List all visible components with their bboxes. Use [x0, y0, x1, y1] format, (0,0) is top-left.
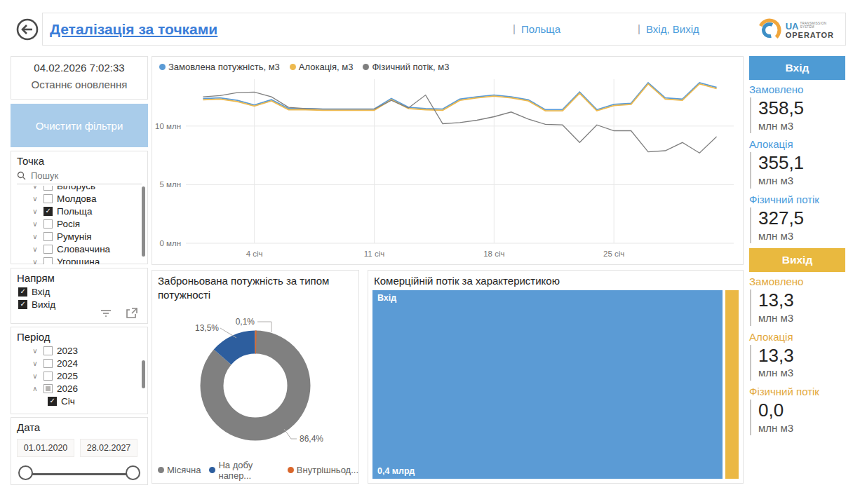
direction-list: ВхідВихід — [11, 285, 147, 311]
point-item-Росія[interactable]: ∨Росія — [11, 217, 147, 230]
last-update-label: Останнє оновлення — [11, 79, 147, 90]
checkbox[interactable] — [43, 384, 53, 393]
item-label: Вихід — [32, 299, 55, 310]
slider-handle-end[interactable] — [126, 465, 140, 480]
legend-item[interactable]: Фізичний потік, м3 — [363, 62, 449, 72]
donut-legend-item[interactable]: Місячна — [158, 465, 201, 475]
page-title[interactable]: Деталізація за точками — [50, 21, 217, 38]
point-search-input[interactable] — [29, 170, 116, 182]
y-axis-tick: 0 млн — [159, 239, 181, 247]
kpi-card-Замовлено: Замовлено13,3млн м3 — [749, 275, 845, 325]
chevron-down-icon[interactable]: ∨ — [31, 347, 39, 355]
checkbox[interactable] — [43, 207, 53, 216]
period-slicer-title: Період — [11, 327, 147, 344]
point-item-Словаччина[interactable]: ∨Словаччина — [11, 243, 147, 255]
point-list-scrollbar[interactable] — [142, 186, 145, 257]
legend-dot-icon — [209, 467, 215, 473]
checkbox[interactable] — [43, 232, 53, 241]
filter-icon[interactable] — [100, 308, 112, 319]
y-axis-tick: 5 млн — [159, 180, 181, 189]
treemap-block-Вхід[interactable]: Вхід0,4 млрд — [372, 290, 723, 479]
checkbox[interactable] — [43, 359, 53, 368]
checkbox[interactable] — [43, 186, 53, 191]
period-item-2023[interactable]: ∨2023 — [11, 344, 147, 357]
x-axis-tick: 4 січ — [246, 250, 263, 258]
legend-item[interactable]: Замовлена потужність, м3 — [159, 62, 280, 72]
kpi-value: 355,1 — [758, 153, 845, 174]
checkbox[interactable] — [43, 257, 53, 265]
checkbox[interactable] — [43, 245, 53, 254]
checkbox[interactable] — [18, 287, 27, 297]
point-item-Молдова[interactable]: ∨Молдова — [11, 192, 147, 205]
x-axis-tick: 11 січ — [364, 250, 384, 258]
slider-handle-start[interactable] — [18, 465, 33, 480]
period-item-2024[interactable]: ∨2024 — [11, 357, 147, 369]
date-start-input[interactable]: 01.01.2020 — [17, 439, 74, 457]
donut-chart[interactable]: 13,5%0,1%86,4% — [152, 303, 358, 458]
point-item-Білорусь[interactable]: ∨Білорусь — [11, 186, 147, 192]
visual-hover-toolbar — [100, 308, 137, 319]
checkbox[interactable] — [48, 397, 57, 406]
chevron-down-icon[interactable]: ∨ — [31, 360, 39, 367]
checkbox[interactable] — [43, 219, 53, 229]
legend-dot-icon — [290, 64, 296, 70]
header-filter-direction[interactable]: Вхід, Вихід — [646, 23, 699, 35]
point-item-Румунія[interactable]: ∨Румунія — [11, 230, 147, 243]
treemap-title: Комерційній потік за характеристикою — [368, 271, 743, 288]
point-item-Польща[interactable]: ∨Польща — [11, 205, 147, 217]
kpi-card-Фізичний потік: Фізичний потік0,0млн м3 — [749, 386, 845, 435]
chevron-down-icon[interactable]: ∨ — [31, 220, 39, 228]
donut-legend-item[interactable]: Внутрішньод... — [288, 465, 358, 475]
treemap-panel: Комерційній потік за характеристикою Вхі… — [368, 270, 744, 484]
chevron-up-icon[interactable]: ∧ — [31, 385, 39, 393]
legend-label: На добу напер... — [218, 460, 278, 481]
point-search[interactable] — [17, 170, 142, 184]
operator-logo-swirl-icon — [756, 17, 783, 43]
chevron-down-icon[interactable]: ∨ — [31, 372, 39, 380]
header-filter-point[interactable]: Польща — [521, 23, 560, 35]
kpi-unit: млн м3 — [758, 174, 845, 188]
item-label: 2023 — [57, 346, 78, 356]
period-item-Січ[interactable]: Січ — [11, 395, 147, 407]
period-item-2025[interactable]: ∨2025 — [11, 369, 147, 382]
checkbox[interactable] — [18, 300, 27, 309]
back-button[interactable] — [15, 17, 40, 42]
legend-dot-icon — [363, 64, 369, 70]
point-item-Угорщина[interactable]: ∨Угорщина — [11, 255, 147, 264]
kpi-unit: млн м3 — [758, 421, 845, 435]
kpi-label: Алокація — [749, 331, 845, 343]
checkbox[interactable] — [43, 372, 53, 381]
period-item-2026[interactable]: ∧2026 — [11, 382, 147, 395]
direction-slicer-title: Напрям — [11, 268, 147, 285]
legend-item[interactable]: Алокація, м3 — [290, 62, 354, 72]
line-chart-panel: Замовлена потужність, м3Алокація, м3Фізи… — [152, 56, 744, 265]
clear-filters-button[interactable]: Очистити фільтри — [11, 104, 148, 147]
slider-track[interactable] — [27, 473, 132, 475]
donut-legend-item[interactable]: На добу напер... — [209, 460, 278, 481]
chevron-down-icon[interactable]: ∨ — [31, 245, 39, 253]
item-label: Білорусь — [57, 186, 95, 191]
item-label: Словаччина — [57, 244, 110, 254]
last-update-panel: 04.02.2026 7:02:33 Останнє оновлення — [11, 56, 148, 100]
treemap-block[interactable] — [725, 290, 739, 479]
item-label: Польща — [57, 206, 92, 217]
direction-slicer: Напрям ВхідВихід — [11, 268, 148, 324]
checkbox[interactable] — [43, 346, 53, 355]
kpi-in-header: Вхід — [749, 56, 845, 80]
chevron-down-icon[interactable]: ∨ — [31, 207, 39, 215]
logo-operator-text: OPERATOR — [786, 32, 834, 39]
treemap: Вхід0,4 млрд — [372, 290, 739, 479]
chevron-down-icon[interactable]: ∨ — [31, 186, 39, 190]
chevron-down-icon[interactable]: ∨ — [31, 258, 39, 265]
chevron-down-icon[interactable]: ∨ — [31, 233, 39, 240]
date-end-input[interactable]: 28.02.2027 — [80, 439, 137, 457]
direction-item-Вхід[interactable]: Вхід — [11, 285, 147, 298]
popout-icon[interactable] — [125, 308, 137, 319]
line-chart[interactable]: 0 млн5 млн10 млн4 січ11 січ18 січ25 січ — [152, 74, 744, 261]
kpi-value: 327,5 — [758, 208, 845, 229]
line-series — [203, 92, 716, 153]
period-list-scrollbar[interactable] — [142, 360, 145, 388]
donut-label: 13,5% — [195, 323, 219, 333]
checkbox[interactable] — [43, 194, 53, 203]
chevron-down-icon[interactable]: ∨ — [31, 195, 39, 203]
